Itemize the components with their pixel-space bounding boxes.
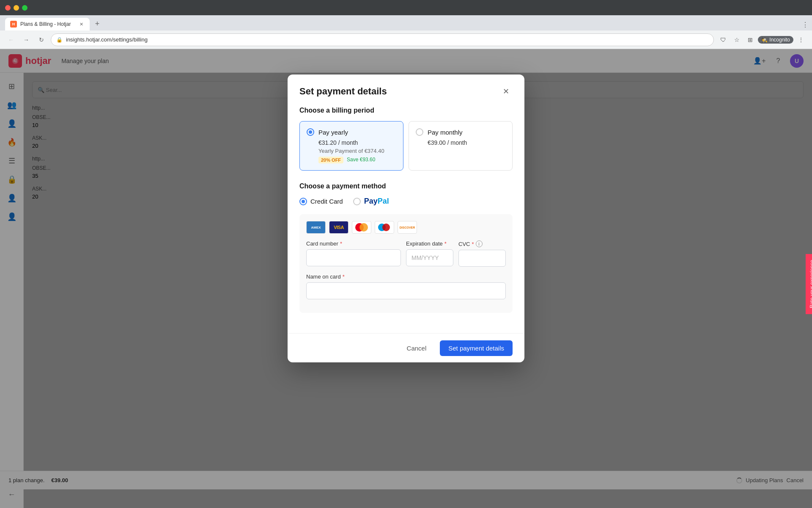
cvc-info-icon[interactable]: i: [476, 240, 483, 247]
monthly-radio[interactable]: [416, 128, 423, 136]
back-button[interactable]: ←: [5, 34, 17, 46]
monthly-option-label: Pay monthly: [428, 129, 463, 136]
amex-card-icon: AMEX: [306, 221, 326, 234]
card-form-area: AMEX VISA: [299, 214, 513, 313]
credit-card-option[interactable]: Credit Card: [299, 198, 343, 205]
yearly-radio[interactable]: [307, 128, 314, 136]
traffic-lights: [5, 5, 27, 11]
minimize-window-button[interactable]: [14, 5, 19, 11]
discount-badge: 20% OFF: [318, 157, 343, 163]
yearly-option-header: Pay yearly: [307, 128, 396, 136]
visa-card-icon: VISA: [329, 221, 348, 234]
rate-button-label: Rate your experience: [809, 260, 812, 308]
card-form-row-2: Name on card *: [306, 273, 506, 299]
modal-title: Set payment details: [299, 86, 387, 97]
toolbar: ← → ↻ 🔒 insights.hotjar.com/settings/bil…: [0, 30, 812, 49]
paypal-radio[interactable]: [353, 198, 361, 205]
paypal-logo: PayPal: [364, 197, 389, 206]
close-window-button[interactable]: [5, 5, 11, 11]
paypal-pal: Pal: [378, 197, 389, 205]
card-number-required: *: [340, 240, 342, 247]
expiry-input[interactable]: [406, 249, 453, 266]
new-tab-button[interactable]: +: [91, 18, 103, 30]
cvc-label: CVC * i: [458, 240, 506, 247]
star-icon[interactable]: ☆: [731, 34, 743, 46]
modal-close-button[interactable]: ✕: [499, 85, 513, 98]
lock-icon: 🔒: [56, 37, 63, 43]
cvc-group: CVC * i: [458, 240, 506, 267]
expiry-group: Expiration date *: [406, 240, 453, 267]
reload-button[interactable]: ↻: [36, 34, 47, 46]
billing-period-section: Choose a billing period Pay yearly €31.2…: [299, 107, 513, 171]
yearly-badges: 20% OFF Save €93.60: [318, 157, 396, 163]
window-menu-icon[interactable]: ⋮: [802, 21, 809, 29]
tab-close-button[interactable]: ✕: [78, 21, 85, 28]
expiry-label: Expiration date *: [406, 240, 453, 247]
modal-body: Choose a billing period Pay yearly €31.2…: [288, 98, 524, 333]
yearly-option-label: Pay yearly: [318, 129, 348, 136]
mastercard-icon: [352, 221, 371, 234]
monthly-price: €39.00 / month: [428, 139, 505, 146]
url-text: insights.hotjar.com/settings/billing: [66, 36, 148, 43]
credit-card-radio[interactable]: [299, 198, 307, 205]
mc-right: [359, 223, 368, 232]
extension-icon[interactable]: 🛡: [717, 34, 729, 46]
mc-circles: [355, 223, 368, 232]
maximize-window-button[interactable]: [22, 5, 27, 11]
tab-favicon: H: [10, 21, 17, 28]
cvc-required: *: [472, 241, 474, 247]
billing-options: Pay yearly €31.20 / month Yearly Payment…: [299, 121, 513, 171]
payment-methods: Credit Card PayPal: [299, 197, 513, 206]
name-required: *: [343, 273, 345, 280]
name-on-card-input[interactable]: [306, 282, 506, 299]
payment-method-title: Choose a payment method: [299, 182, 513, 190]
billing-period-title: Choose a billing period: [299, 107, 513, 114]
active-tab[interactable]: H Plans & Billing - Hotjar ✕: [5, 18, 90, 30]
set-payment-details-button[interactable]: Set payment details: [440, 340, 513, 356]
titlebar: [0, 0, 812, 15]
credit-card-label: Credit Card: [310, 198, 343, 205]
address-bar[interactable]: 🔒 insights.hotjar.com/settings/billing: [51, 33, 714, 46]
paypal-option[interactable]: PayPal: [353, 197, 389, 206]
modal-overlay: Set payment details ✕ Choose a billing p…: [0, 49, 812, 508]
monthly-option-header: Pay monthly: [416, 128, 505, 136]
card-icons-row: AMEX VISA: [306, 221, 506, 234]
maestro-circles: [378, 223, 391, 232]
sidebar-toggle-icon[interactable]: ⊞: [744, 34, 756, 46]
name-on-card-label: Name on card *: [306, 273, 506, 280]
card-number-input[interactable]: [306, 249, 401, 266]
browser-menu-button[interactable]: ⋮: [795, 34, 807, 46]
yearly-price: €31.20 / month: [318, 139, 396, 146]
savings-badge: Save €93.60: [347, 157, 375, 163]
maestro-right: [382, 224, 390, 231]
tab-title: Plans & Billing - Hotjar: [20, 21, 74, 27]
discover-card-icon: DISCOVER: [398, 221, 417, 234]
paypal-pay: Pay: [364, 197, 378, 205]
toolbar-actions: 🛡 ☆ ⊞ 🕵 Incognito ⋮: [717, 34, 807, 46]
billing-option-yearly[interactable]: Pay yearly €31.20 / month Yearly Payment…: [299, 121, 403, 171]
cancel-button[interactable]: Cancel: [398, 340, 435, 356]
name-on-card-group: Name on card *: [306, 273, 506, 299]
modal-header: Set payment details ✕: [288, 75, 524, 98]
expiry-required: *: [444, 240, 447, 247]
incognito-badge: 🕵 Incognito: [758, 36, 793, 44]
page-content: hotjar Manage your plan 👤+ ? U ⊞ 👥 👤 🔥 ☰…: [0, 49, 812, 508]
cvc-input[interactable]: [458, 250, 506, 267]
yearly-note: Yearly Payment of €374.40: [318, 148, 396, 154]
rate-experience-button[interactable]: Rate your experience: [806, 254, 812, 314]
tab-bar: H Plans & Billing - Hotjar ✕ + ⋮: [0, 15, 812, 30]
billing-option-monthly[interactable]: Pay monthly €39.00 / month: [409, 121, 513, 171]
forward-button[interactable]: →: [20, 34, 32, 46]
card-number-group: Card number *: [306, 240, 401, 267]
payment-method-section: Choose a payment method Credit Card: [299, 182, 513, 313]
card-number-label: Card number *: [306, 240, 401, 247]
card-form-row-1: Card number * Expiration date *: [306, 240, 506, 267]
payment-modal: Set payment details ✕ Choose a billing p…: [288, 75, 524, 362]
modal-footer: Cancel Set payment details: [288, 333, 524, 362]
maestro-card-icon: [375, 221, 394, 234]
browser-frame: H Plans & Billing - Hotjar ✕ + ⋮ ← → ↻ 🔒…: [0, 0, 812, 508]
